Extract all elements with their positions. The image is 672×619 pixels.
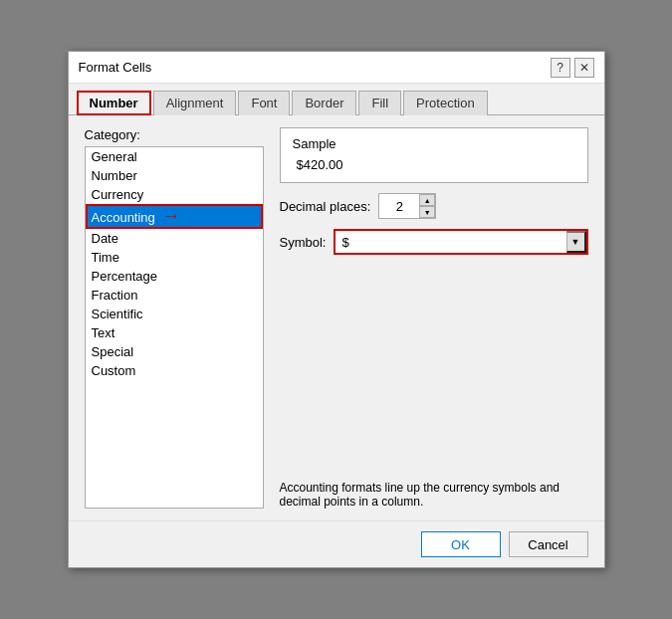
left-panel: Category: GeneralNumberCurrencyAccountin… xyxy=(85,127,264,509)
close-button[interactable]: ✕ xyxy=(574,58,594,78)
list-item[interactable]: Number xyxy=(86,166,263,185)
tab-number[interactable]: Number xyxy=(77,91,151,115)
dialog-body: Category: GeneralNumberCurrencyAccountin… xyxy=(69,115,604,520)
list-item[interactable]: Special xyxy=(86,342,263,361)
decimal-row: Decimal places: ▲ ▼ xyxy=(280,193,588,219)
title-bar-buttons: ? ✕ xyxy=(551,58,594,78)
dialog-title: Format Cells xyxy=(79,60,152,75)
spacer xyxy=(280,265,588,463)
sample-value: $420.00 xyxy=(293,155,575,174)
symbol-select-container: $ ▼ xyxy=(334,229,587,255)
content-area: Category: GeneralNumberCurrencyAccountin… xyxy=(85,127,588,509)
tab-bar: Number Alignment Font Border Fill Protec… xyxy=(69,84,604,115)
tab-font[interactable]: Font xyxy=(238,91,290,115)
list-item[interactable]: Custom xyxy=(86,361,263,380)
red-arrow-icon: → xyxy=(157,206,180,226)
ok-button[interactable]: OK xyxy=(421,531,501,557)
decimal-label: Decimal places: xyxy=(280,199,371,214)
symbol-dropdown-button[interactable]: ▼ xyxy=(566,231,586,253)
title-bar: Format Cells ? ✕ xyxy=(69,52,604,84)
cancel-button[interactable]: Cancel xyxy=(509,531,588,557)
right-panel: Sample $420.00 Decimal places: ▲ ▼ xyxy=(280,127,588,509)
sample-box: Sample $420.00 xyxy=(280,127,588,183)
tab-alignment[interactable]: Alignment xyxy=(153,91,237,115)
spinner-buttons: ▲ ▼ xyxy=(419,194,435,218)
list-item[interactable]: Currency xyxy=(86,185,263,204)
list-item[interactable]: General xyxy=(86,147,263,166)
tab-border[interactable]: Border xyxy=(292,91,356,115)
category-label: Category: xyxy=(85,127,264,142)
symbol-row: Symbol: $ ▼ xyxy=(280,229,588,255)
decimal-input[interactable] xyxy=(379,197,419,216)
symbol-label: Symbol: xyxy=(280,235,327,250)
spin-up-button[interactable]: ▲ xyxy=(419,194,435,206)
tab-fill[interactable]: Fill xyxy=(358,91,401,115)
list-item[interactable]: Time xyxy=(86,248,263,267)
format-cells-dialog: Format Cells ? ✕ Number Alignment Font B… xyxy=(68,51,605,568)
help-button[interactable]: ? xyxy=(551,58,570,78)
footer: OK Cancel xyxy=(69,520,604,567)
list-item[interactable]: Date xyxy=(86,229,263,248)
category-list-container: GeneralNumberCurrencyAccounting →DateTim… xyxy=(85,146,264,509)
symbol-value: $ xyxy=(336,233,565,252)
list-item[interactable]: Scientific xyxy=(86,305,263,323)
description-text: Accounting formats line up the currency … xyxy=(280,481,588,509)
list-item[interactable]: Text xyxy=(86,323,263,342)
tab-protection[interactable]: Protection xyxy=(403,91,488,115)
sample-label: Sample xyxy=(293,136,575,151)
category-list: GeneralNumberCurrencyAccounting →DateTim… xyxy=(86,147,263,508)
list-item[interactable]: Fraction xyxy=(86,286,263,305)
list-item[interactable]: Percentage xyxy=(86,267,263,286)
spin-down-button[interactable]: ▼ xyxy=(419,206,435,218)
list-item[interactable]: Accounting → xyxy=(86,204,263,229)
decimal-spinner: ▲ ▼ xyxy=(378,193,436,219)
